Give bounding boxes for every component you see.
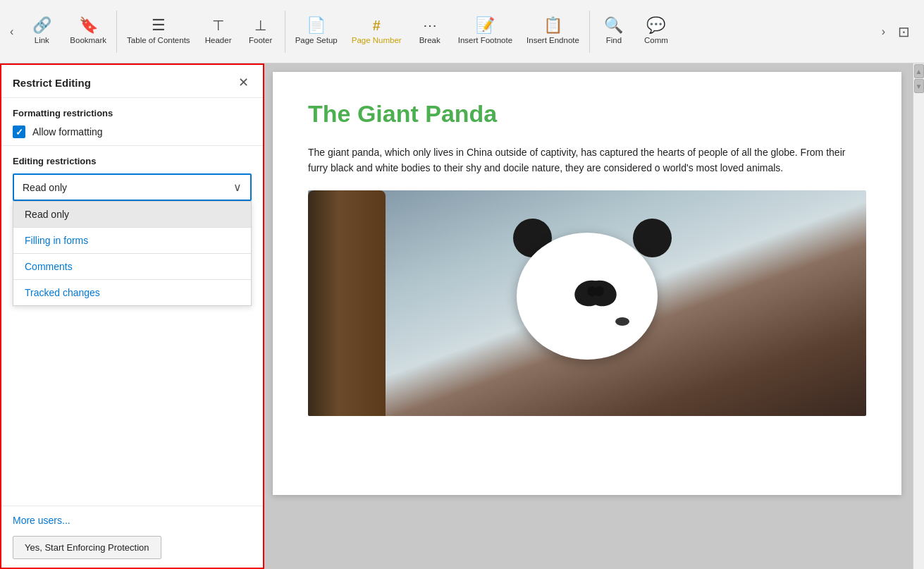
bookmark-icon [79,18,98,33]
panel-title: Restrict Editing [13,77,91,89]
footer-icon [254,18,266,33]
scrollbar-track[interactable]: ▲ ▼ [913,63,924,569]
nav-next-button[interactable]: › [877,23,889,41]
toolbar-item-footer[interactable]: Footer [240,13,282,50]
panel-toggle-button[interactable]: ⊡ [892,20,916,43]
panda-image [308,190,866,416]
enforce-protection-button[interactable]: Yes, Start Enforcing Protection [13,536,161,559]
toolbar-item-pagesetup[interactable]: Page Setup [288,13,345,50]
comment-label: Comm [644,36,668,46]
toolbar-item-bookmark[interactable]: Bookmark [63,13,113,50]
break-icon [423,18,437,33]
toolbar-item-header[interactable]: Header [197,13,240,50]
panel-footer: More users... Yes, Start Enforcing Prote… [1,506,263,568]
bookmark-label: Bookmark [70,36,106,46]
toolbar-item-find[interactable]: Find [593,13,635,50]
dropdown-selected-value[interactable]: Read only ∨ [13,173,252,201]
panda-face [517,233,658,360]
toolbar-item-pagenumber[interactable]: Page Number [345,13,409,50]
document-page: The Giant Panda The giant panda, which o… [273,72,901,495]
dropdown-list: Read onlyFilling in formsCommentsTracked… [13,201,252,306]
toolbar-divider-9 [589,11,590,53]
formatting-restrictions-title: Formatting restrictions [13,108,252,118]
nav-prev-button[interactable]: ‹ [6,23,18,41]
dropdown-option-read-only[interactable]: Read only [13,202,251,227]
editing-restriction-dropdown[interactable]: Read only ∨ Read onlyFilling in formsCom… [13,173,252,201]
toc-label: Table of Contents [127,36,190,46]
find-label: Find [606,36,622,46]
break-label: Break [419,36,441,46]
toolbar-divider-4 [285,11,285,53]
document-body-text: The giant panda, which only lives in Chi… [308,145,866,176]
dropdown-option-comments[interactable]: Comments [13,253,251,279]
panda-ear-right [633,219,672,257]
toolbar-item-break[interactable]: Break [409,13,451,50]
toolbar-item-toc[interactable]: Table of Contents [120,13,197,50]
main-area: Restrict Editing ✕ Formatting restrictio… [0,63,924,569]
document-area: The Giant Panda The giant panda, which o… [264,63,924,569]
allow-formatting-label: Allow formatting [32,126,103,137]
toolbar-right: ⊡ [892,20,921,43]
pagesetup-label: Page Setup [295,36,338,46]
footer-label: Footer [249,36,272,46]
comment-icon [646,18,665,33]
toolbar-nav-right: › [875,23,892,41]
more-users-link[interactable]: More users... [13,515,252,526]
insertendnote-icon [543,18,562,33]
toolbar-item-insertfootnote[interactable]: Insert Footnote [451,13,519,50]
header-label: Header [205,36,232,46]
dropdown-arrow-icon: ∨ [233,181,242,194]
selected-option-label: Read only [23,182,67,193]
allow-formatting-checkbox[interactable]: ✓ [13,126,25,138]
toolbar: ‹ LinkBookmarkTable of ContentsHeaderFoo… [0,0,924,63]
toc-icon [152,18,166,33]
editing-restrictions-section: Editing restrictions Read only ∨ Read on… [1,146,263,201]
restrict-editing-panel: Restrict Editing ✕ Formatting restrictio… [0,63,264,569]
toolbar-item-comment[interactable]: Comm [635,13,677,50]
formatting-restrictions-section: Formatting restrictions ✓ Allow formatti… [1,98,263,146]
scrollbar-down-arrow[interactable]: ▼ [914,79,924,93]
close-panel-button[interactable]: ✕ [235,75,252,90]
toolbar-items: LinkBookmarkTable of ContentsHeaderFoote… [20,11,874,53]
toolbar-divider-1 [116,11,117,53]
insertendnote-label: Insert Endnote [526,36,579,46]
toolbar-item-link[interactable]: Link [20,13,63,50]
panda-eye-right [594,286,604,296]
dropdown-option-tracked[interactable]: Tracked changes [13,279,251,305]
link-label: Link [35,36,49,46]
checkmark-icon: ✓ [16,128,23,137]
panel-header: Restrict Editing ✕ [1,65,263,98]
document-title: The Giant Panda [308,100,866,128]
panda-nose [615,317,629,326]
scrollbar-up-arrow[interactable]: ▲ [914,64,924,78]
pagesetup-icon [307,18,326,33]
toolbar-nav: ‹ [3,23,20,41]
link-icon [32,18,51,33]
insertfootnote-label: Insert Footnote [458,36,512,46]
tree-trunk [308,190,386,416]
allow-formatting-row: ✓ Allow formatting [13,126,252,138]
pagenumber-icon [373,18,381,33]
insertfootnote-icon [476,18,495,33]
toolbar-item-insertendnote[interactable]: Insert Endnote [519,13,586,50]
find-icon [604,18,623,33]
editing-restrictions-title: Editing restrictions [13,156,252,166]
pagenumber-label: Page Number [352,36,402,46]
dropdown-option-fill-forms[interactable]: Filling in forms [13,227,251,253]
panda-body [474,212,700,416]
header-icon [212,18,224,33]
